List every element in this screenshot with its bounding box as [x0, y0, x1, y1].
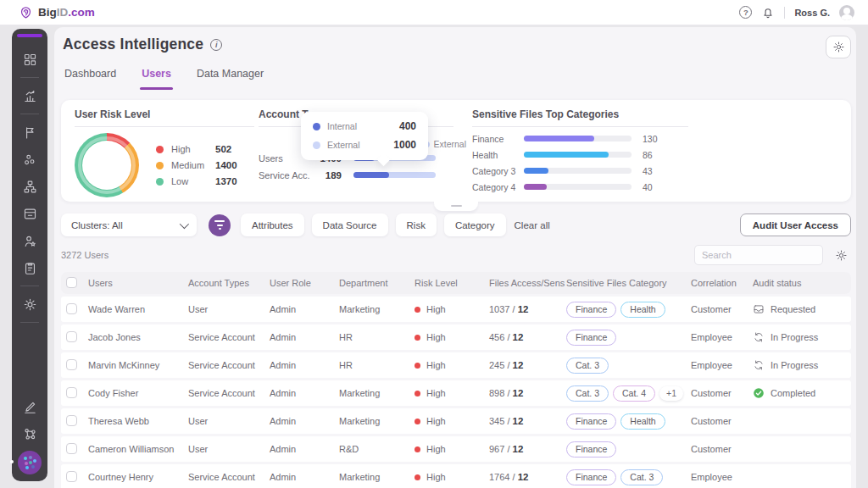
sidebar-workspace-avatar[interactable]	[18, 451, 42, 474]
risk-legend-dot	[156, 162, 164, 169]
row-checkbox[interactable]	[66, 443, 77, 454]
col-account-types[interactable]: Account Types	[188, 278, 270, 288]
cell-account-type: Service Account	[188, 360, 270, 370]
user-avatar[interactable]	[839, 5, 854, 20]
table-row[interactable]: Cody FisherService AccountAdminMarketing…	[61, 380, 851, 406]
more-categories-badge[interactable]: +1	[659, 386, 683, 401]
cell-user-role: Admin	[270, 444, 339, 454]
sensitive-categories-title: Sensitive Files Top Categories	[472, 108, 688, 127]
row-checkbox[interactable]	[66, 303, 77, 314]
tab-data-manager[interactable]: Data Manager	[197, 68, 264, 90]
in-progress-sync-icon	[753, 331, 765, 343]
brand[interactable]: BigID.com	[19, 5, 95, 19]
risk-label: High	[426, 416, 446, 426]
sensitive-category-bar[interactable]	[524, 136, 632, 141]
tooltip-label: Internal	[327, 121, 399, 131]
sensitive-category-value: 86	[643, 150, 653, 160]
col-users[interactable]: Users	[88, 278, 188, 288]
clear-all-link[interactable]: Clear all	[515, 220, 550, 230]
table-settings-button[interactable]	[835, 249, 848, 262]
row-checkbox[interactable]	[66, 471, 77, 482]
sidebar-item-clusters[interactable]	[19, 148, 41, 170]
signature-pen-icon	[23, 400, 37, 414]
chevron-down-icon	[180, 219, 189, 228]
cell-department: Marketing	[339, 416, 415, 426]
sidebar-divider	[20, 322, 39, 323]
row-checkbox-cell	[66, 359, 88, 372]
bell-icon[interactable]	[761, 6, 775, 19]
help-icon[interactable]: ?	[739, 6, 752, 19]
search-input[interactable]	[702, 250, 822, 260]
table-row[interactable]: Jacob JonesService AccountAdminHRHigh456…	[61, 324, 851, 350]
table-row[interactable]: Cameron WilliamsonUserAdminR&DHigh967 / …	[61, 436, 851, 462]
sensitive-category-label: Category 3	[472, 166, 524, 176]
col-files-access[interactable]: Files Access/Sens	[489, 278, 566, 288]
filter-chip-attributes[interactable]: Attributes	[241, 214, 304, 236]
select-all-checkbox[interactable]	[66, 277, 77, 288]
filter-icon-button[interactable]	[209, 214, 231, 236]
page-settings-button[interactable]	[826, 36, 851, 58]
sidebar-item-integrations[interactable]	[19, 423, 41, 445]
sidebar-item-settings[interactable]	[19, 293, 41, 315]
sidebar-item-analytics[interactable]	[19, 85, 41, 107]
table-row[interactable]: Marvin McKinneyService AccountAdminHRHig…	[61, 352, 851, 378]
col-audit-status[interactable]: Audit status	[753, 278, 851, 288]
risk-legend-value: 1370	[215, 176, 237, 186]
clusters-dropdown[interactable]: Clusters: All	[61, 214, 197, 236]
filter-chip-risk[interactable]: Risk	[396, 214, 437, 236]
overview-collapse-handle[interactable]	[434, 201, 478, 211]
cell-account-type: Service Account	[188, 472, 270, 482]
risk-legend-row: Medium1400	[156, 160, 237, 170]
col-user-role[interactable]: User Role	[270, 278, 339, 288]
tab-users[interactable]: Users	[142, 68, 171, 90]
row-checkbox[interactable]	[66, 415, 77, 426]
table-row[interactable]: Courtney HenryService AccountAdminMarket…	[61, 464, 851, 488]
table-row[interactable]: Theresa WebbUserAdminMarketingHigh345 / …	[61, 408, 851, 434]
sensitive-files-count: 12	[518, 472, 529, 482]
sidebar-item-data-flags[interactable]	[19, 121, 41, 143]
sensitive-category-bar[interactable]	[524, 152, 632, 158]
risk-legend-value: 502	[215, 144, 231, 154]
sensitive-category-bar-fill	[524, 136, 594, 141]
sensitive-category-row: Finance130	[472, 133, 688, 144]
analytics-icon	[23, 89, 37, 103]
sensitive-category-bar[interactable]	[524, 168, 632, 174]
sensitive-category-bar[interactable]	[524, 184, 632, 190]
row-checkbox[interactable]	[66, 387, 77, 398]
audit-user-access-button[interactable]: Audit User Access	[740, 214, 851, 236]
col-risk-level[interactable]: Risk Level	[415, 278, 489, 288]
sidebar-item-dashboard-grid[interactable]	[19, 48, 41, 70]
sidebar-item-reports-clipboard[interactable]	[19, 257, 41, 279]
account-type-bar[interactable]	[353, 172, 436, 178]
sidebar-item-signature-pen[interactable]	[19, 396, 41, 418]
tooltip-value: 400	[399, 120, 416, 132]
col-sensitive-category[interactable]: Sensitive Files Category	[566, 278, 691, 288]
user-name[interactable]: Ross G.	[794, 8, 830, 18]
filter-chip-category[interactable]: Category	[444, 214, 506, 236]
cell-files-access: 898 / 12	[489, 388, 566, 398]
sidebar-item-org-structure[interactable]	[19, 175, 41, 197]
sensitive-category-label: Finance	[472, 134, 524, 144]
risk-legend-dot	[156, 178, 164, 186]
filter-chip-data-source[interactable]: Data Source	[312, 214, 388, 236]
row-checkbox[interactable]	[66, 359, 77, 370]
sidebar-item-data-catalog[interactable]	[19, 202, 41, 225]
cell-user-role: Admin	[270, 360, 339, 370]
risk-high-dot	[415, 391, 420, 396]
table-row[interactable]: Wade WarrenUserAdminMarketingHigh1037 / …	[61, 297, 851, 322]
sidebar-divider	[20, 286, 39, 286]
risk-legend-label: Low	[171, 176, 215, 186]
cell-account-type: Service Account	[188, 332, 270, 342]
sidebar-item-user-access[interactable]	[19, 230, 41, 252]
cell-risk-level: High	[415, 472, 489, 482]
row-checkbox[interactable]	[66, 331, 77, 342]
info-icon[interactable]: i	[210, 39, 222, 51]
cell-risk-level: High	[415, 332, 489, 342]
risk-donut-chart[interactable]	[75, 133, 139, 197]
tooltip-row: External1000	[313, 139, 416, 151]
cell-risk-level: High	[415, 360, 489, 370]
cell-risk-level: High	[415, 444, 489, 454]
col-correlation[interactable]: Correlation	[691, 278, 753, 288]
tab-dashboard[interactable]: Dashboard	[64, 68, 116, 90]
col-department[interactable]: Department	[339, 278, 415, 288]
